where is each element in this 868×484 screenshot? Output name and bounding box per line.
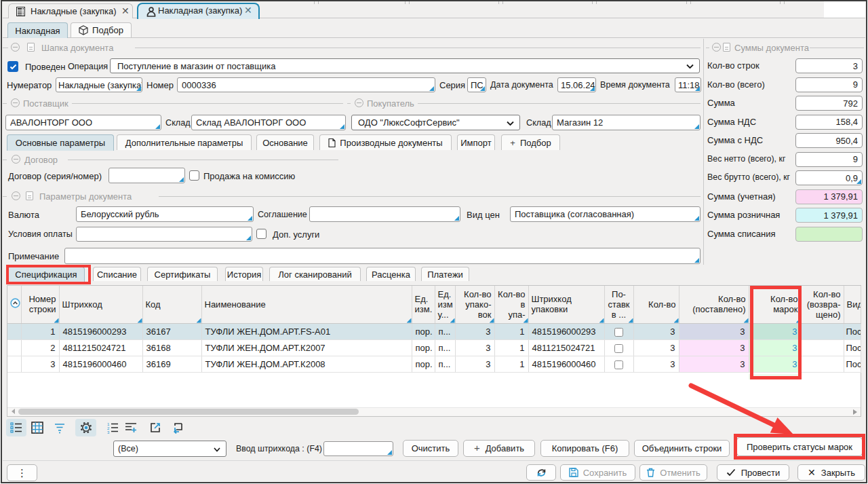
svg-text:3: 3 [107, 430, 110, 434]
